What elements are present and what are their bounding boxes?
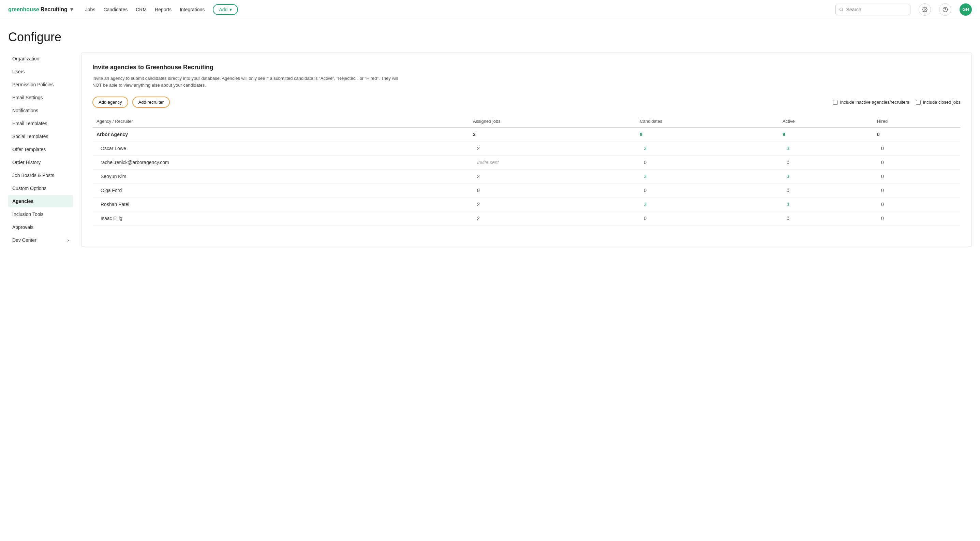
cell-active: 0 xyxy=(778,183,873,197)
avatar-initials: GH xyxy=(962,7,969,12)
sidebar-item-offer-templates[interactable]: Offer Templates xyxy=(8,143,73,156)
filter-inactive-checkbox[interactable] xyxy=(833,100,838,105)
sidebar-item-custom-options[interactable]: Custom Options xyxy=(8,182,73,194)
active-link[interactable]: 3 xyxy=(787,202,789,207)
cell-active[interactable]: 3 xyxy=(778,170,873,183)
dev-center-arrow-icon: › xyxy=(67,237,69,243)
page-title: Configure xyxy=(8,30,972,45)
cell-candidates: 0 xyxy=(636,156,778,170)
sidebar-item-dev-center[interactable]: Dev Center › xyxy=(8,234,73,246)
svg-point-0 xyxy=(840,8,843,11)
sidebar-item-order-history[interactable]: Order History xyxy=(8,156,73,169)
sidebar-item-dev-center-label: Dev Center xyxy=(12,237,37,243)
cell-name: Arbor Agency xyxy=(92,127,469,142)
sidebar-item-users[interactable]: Users xyxy=(8,65,73,78)
candidates-link[interactable]: 9 xyxy=(640,132,643,137)
cell-name: rachel.renick@arboragency.com xyxy=(92,156,469,170)
cell-active[interactable]: 3 xyxy=(778,197,873,212)
nav-reports[interactable]: Reports xyxy=(155,5,172,14)
cell-hired: 0 xyxy=(873,127,961,142)
sidebar-item-inclusion-tools[interactable]: Inclusion Tools xyxy=(8,208,73,220)
cell-assigned-jobs: 2 xyxy=(469,170,636,183)
sidebar-item-job-boards-posts[interactable]: Job Boards & Posts xyxy=(8,169,73,181)
avatar[interactable]: GH xyxy=(959,3,972,16)
settings-button[interactable] xyxy=(919,3,931,16)
cell-name: Seoyun Kim xyxy=(92,170,469,183)
add-agency-button[interactable]: Add agency xyxy=(92,97,128,108)
cell-hired: 0 xyxy=(873,142,961,156)
cell-candidates[interactable]: 9 xyxy=(636,127,778,142)
cell-name: Roshan Patel xyxy=(92,197,469,212)
sidebar-item-organization[interactable]: Organization xyxy=(8,53,73,65)
question-icon xyxy=(942,7,948,12)
active-link[interactable]: 3 xyxy=(787,146,789,151)
cell-name: Olga Ford xyxy=(92,183,469,197)
candidates-link[interactable]: 3 xyxy=(644,202,646,207)
cell-assigned-jobs: 3 xyxy=(469,127,636,142)
table-row: rachel.renick@arboragency.comInvite sent… xyxy=(92,156,961,170)
cell-candidates[interactable]: 3 xyxy=(636,170,778,183)
action-row: Add agency Add recruiter Include inactiv… xyxy=(92,97,961,108)
svg-line-1 xyxy=(842,10,843,11)
cell-assigned-jobs: 2 xyxy=(469,142,636,156)
sidebar: Organization Users Permission Policies E… xyxy=(8,53,73,247)
search-input[interactable] xyxy=(846,7,907,12)
filter-inactive-label[interactable]: Include inactive agencies/recruiters xyxy=(833,100,909,105)
sidebar-item-email-templates[interactable]: Email Templates xyxy=(8,117,73,130)
table-row: Isaac Ellig2000 xyxy=(92,212,961,226)
agency-table: Agency / Recruiter Assigned jobs Candida… xyxy=(92,116,961,226)
section-description: Invite an agency to submit candidates di… xyxy=(92,75,399,88)
table-row: Oscar Lowe2330 xyxy=(92,142,961,156)
cell-assigned-jobs: 2 xyxy=(469,212,636,226)
logo-greenhouse-text: greenhouse xyxy=(8,6,39,13)
main-content: Invite agencies to Greenhouse Recruiting… xyxy=(81,53,972,247)
add-chevron-icon: ▾ xyxy=(229,7,232,12)
cell-hired: 0 xyxy=(873,212,961,226)
add-recruiter-button[interactable]: Add recruiter xyxy=(132,97,170,108)
filters-right: Include inactive agencies/recruiters Inc… xyxy=(833,100,961,105)
sidebar-item-email-settings[interactable]: Email Settings xyxy=(8,91,73,104)
sidebar-item-social-templates[interactable]: Social Templates xyxy=(8,130,73,143)
sidebar-item-permission-policies[interactable]: Permission Policies xyxy=(8,78,73,91)
page-header: Configure xyxy=(0,19,980,53)
cell-assigned-jobs: 0 xyxy=(469,183,636,197)
filter-closed-label[interactable]: Include closed jobs xyxy=(916,100,961,105)
sidebar-item-approvals[interactable]: Approvals xyxy=(8,221,73,233)
cell-candidates[interactable]: 3 xyxy=(636,197,778,212)
logo[interactable]: greenhouse Recruiting ▾ xyxy=(8,6,74,13)
sidebar-item-notifications[interactable]: Notifications xyxy=(8,104,73,117)
section-title: Invite agencies to Greenhouse Recruiting xyxy=(92,64,961,71)
invite-sent-text: Invite sent xyxy=(477,160,499,165)
table-body: Arbor Agency3990Oscar Lowe2330rachel.ren… xyxy=(92,127,961,226)
cell-candidates: 0 xyxy=(636,183,778,197)
col-active: Active xyxy=(778,116,873,127)
add-button[interactable]: Add ▾ xyxy=(213,4,238,15)
sidebar-item-agencies[interactable]: Agencies xyxy=(8,195,73,207)
col-hired: Hired xyxy=(873,116,961,127)
active-link[interactable]: 9 xyxy=(783,132,785,137)
logo-recruiting-text: Recruiting xyxy=(41,6,67,13)
col-assigned-jobs: Assigned jobs xyxy=(469,116,636,127)
svg-point-2 xyxy=(924,9,926,10)
table-row: Olga Ford0000 xyxy=(92,183,961,197)
help-button[interactable] xyxy=(939,3,951,16)
nav-jobs[interactable]: Jobs xyxy=(85,5,95,14)
cell-assigned-jobs: 2 xyxy=(469,197,636,212)
candidates-link[interactable]: 3 xyxy=(644,173,646,179)
cell-active: 0 xyxy=(778,212,873,226)
cell-active[interactable]: 3 xyxy=(778,142,873,156)
search-icon xyxy=(839,7,843,12)
cell-candidates[interactable]: 3 xyxy=(636,142,778,156)
candidates-link[interactable]: 3 xyxy=(644,146,646,151)
cell-active[interactable]: 9 xyxy=(778,127,873,142)
nav-candidates[interactable]: Candidates xyxy=(103,5,127,14)
nav-integrations[interactable]: Integrations xyxy=(180,5,205,14)
active-link[interactable]: 3 xyxy=(787,173,789,179)
nav-crm[interactable]: CRM xyxy=(136,5,146,14)
filter-closed-checkbox[interactable] xyxy=(916,100,921,105)
search-box[interactable] xyxy=(835,5,910,14)
cell-hired: 0 xyxy=(873,197,961,212)
col-candidates: Candidates xyxy=(636,116,778,127)
table-row: Roshan Patel2330 xyxy=(92,197,961,212)
filter-closed-text: Include closed jobs xyxy=(923,100,961,105)
